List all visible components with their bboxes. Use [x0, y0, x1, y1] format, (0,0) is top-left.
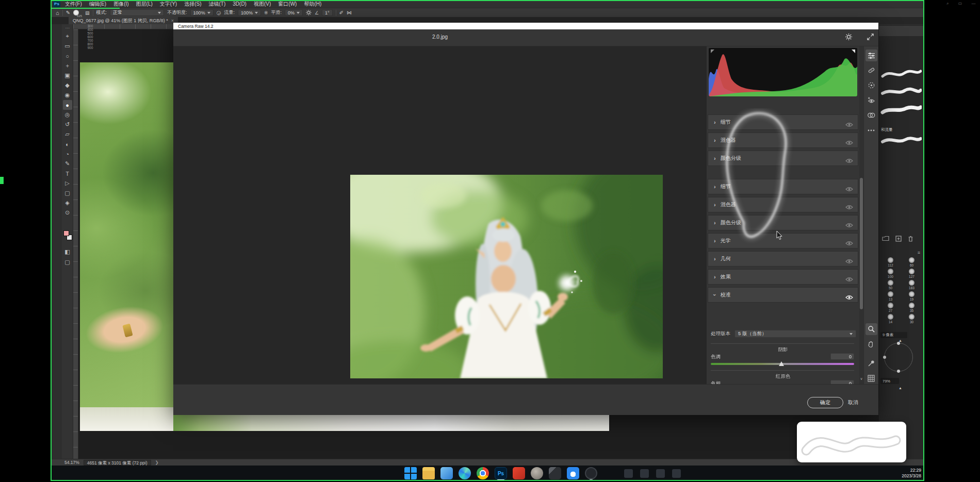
tint-slider[interactable]: [711, 363, 854, 365]
start-button[interactable]: [404, 467, 417, 479]
red-eye-tool-icon[interactable]: [865, 94, 877, 106]
camera-raw-preview[interactable]: 适应（47%） 30%: [173, 46, 707, 384]
gear-icon[interactable]: [306, 10, 312, 15]
symmetry-icon[interactable]: ⋈: [347, 10, 352, 15]
brush-preset[interactable]: 112: [881, 257, 900, 267]
menu-item[interactable]: 选择(S): [181, 0, 205, 8]
section-color-grading[interactable]: ›颜色分级: [708, 151, 858, 166]
fullscreen-icon[interactable]: [867, 33, 874, 41]
photoshop-app[interactable]: Ps: [495, 467, 507, 479]
eye-icon[interactable]: [845, 203, 853, 212]
brush-preset[interactable]: 13: [881, 291, 900, 301]
brush-spacing-field[interactable]: 79%: [880, 378, 899, 384]
scroll-down-icon[interactable]: ∨: [859, 377, 863, 381]
brush-preset[interactable]: 60: [903, 257, 921, 267]
zoom-tool[interactable]: ⊙: [63, 208, 72, 218]
brush-preset-thumbnail[interactable]: [880, 103, 922, 117]
brush-preset-thumbnail[interactable]: [880, 134, 922, 147]
document-photo-left-fragment[interactable]: [80, 62, 173, 431]
eye-icon[interactable]: [845, 239, 853, 248]
eye-icon[interactable]: [845, 221, 853, 230]
blur-tool[interactable]: ◔: [63, 149, 72, 159]
flow-select[interactable]: 100%: [238, 9, 261, 16]
menu-item[interactable]: 文件(F): [61, 0, 86, 8]
section-geometry[interactable]: ›几何: [708, 251, 858, 267]
tray-icon[interactable]: [624, 469, 633, 478]
menu-item[interactable]: 滤镜(T): [205, 0, 230, 8]
status-chevron-icon[interactable]: ❯: [155, 460, 159, 465]
tint-value-field[interactable]: 0: [830, 353, 854, 360]
highlight-clipping-icon[interactable]: [852, 49, 855, 53]
slider-thumb[interactable]: [779, 361, 784, 366]
section-detail[interactable]: ›细节: [708, 114, 858, 130]
dark-app[interactable]: [549, 467, 561, 479]
photos-app[interactable]: [440, 467, 453, 479]
crop-tool[interactable]: ▣: [63, 71, 72, 80]
mode-select[interactable]: 正常: [110, 9, 164, 16]
document-tab[interactable]: QNQ_0677.jpg @ 41% (图层 1 拷贝, RGB/8) * ×: [69, 17, 178, 24]
eye-icon[interactable]: [845, 156, 853, 165]
eye-icon[interactable]: [845, 293, 853, 302]
section-effects[interactable]: ›效果: [708, 269, 858, 285]
scrollbar-thumb[interactable]: [860, 178, 863, 309]
move-tool[interactable]: ⌖: [63, 31, 72, 41]
eye-icon[interactable]: [845, 120, 853, 129]
eraser-tool[interactable]: ▱: [63, 129, 72, 139]
home-icon[interactable]: ⌂: [56, 10, 59, 16]
path-select-tool[interactable]: ▷: [63, 178, 72, 188]
brush-angle-value[interactable]: 1°: [322, 9, 333, 16]
panel-menu-icon[interactable]: ≡: [918, 250, 920, 255]
taskbar-clock[interactable]: 22:29 2023/3/28: [902, 468, 921, 479]
brush-preset[interactable]: 19: [903, 291, 921, 301]
shape-tool[interactable]: ▢: [63, 188, 72, 198]
chrome-browser[interactable]: [477, 467, 489, 479]
edge-browser[interactable]: [459, 467, 471, 479]
tray-icon[interactable]: [672, 469, 681, 478]
section-color-grading[interactable]: ›颜色分级: [708, 215, 858, 230]
eye-icon[interactable]: [845, 257, 853, 266]
healing-tool-icon[interactable]: [865, 64, 877, 76]
foreground-color-swatch[interactable]: [63, 230, 69, 236]
tray-icon[interactable]: [656, 469, 665, 478]
type-tool[interactable]: T: [63, 169, 72, 178]
red-app[interactable]: [513, 467, 525, 479]
shadow-clipping-icon[interactable]: [711, 49, 714, 53]
edit-tool-icon[interactable]: [865, 49, 877, 61]
brush-tool[interactable]: ●: [63, 100, 72, 110]
menu-item[interactable]: 编辑(E): [86, 0, 110, 8]
wheel-app[interactable]: [585, 467, 597, 479]
quick-mask-icon[interactable]: ◧: [63, 247, 72, 257]
lasso-tool[interactable]: ○: [63, 51, 72, 61]
process-version-select[interactable]: 5 版（当前）: [734, 330, 856, 338]
cancel-button[interactable]: 取消: [848, 397, 858, 408]
panel-scrollbar[interactable]: ∨: [859, 46, 863, 384]
brush-preset[interactable]: 127: [903, 269, 921, 278]
menu-item[interactable]: 图像(I): [110, 0, 132, 8]
brush-preset-thumbnail[interactable]: [880, 67, 922, 80]
marquee-tool[interactable]: ▭: [63, 41, 72, 51]
screen-mode-icon[interactable]: ▢: [63, 257, 72, 267]
hand-tool-icon[interactable]: [865, 338, 877, 350]
brush-panel-toggle-icon[interactable]: ▤: [85, 10, 90, 15]
grid-overlay-icon[interactable]: [865, 372, 877, 384]
smoothing-select[interactable]: 0%: [285, 9, 303, 16]
airbrush-icon[interactable]: ※: [264, 10, 268, 15]
new-item-icon[interactable]: [895, 236, 902, 242]
color-swatches[interactable]: [63, 230, 72, 240]
brush-preset[interactable]: 183: [903, 280, 921, 290]
toolbar-more-icon[interactable]: ⋯: [66, 26, 70, 30]
folder-icon[interactable]: [882, 236, 889, 241]
brush-tool-icon[interactable]: ✎: [66, 10, 70, 15]
brush-preset-thumbnail[interactable]: [880, 85, 922, 98]
section-optics[interactable]: ›光学: [708, 233, 858, 248]
menu-item[interactable]: 3D(D): [229, 0, 250, 8]
white-balance-eyedropper-icon[interactable]: [865, 357, 877, 369]
quick-select-tool[interactable]: ＋: [63, 61, 72, 71]
slider-thumb-icon[interactable]: ▲: [899, 386, 902, 390]
status-zoom-level[interactable]: 54.17%: [64, 460, 79, 465]
menu-item[interactable]: 文字(Y): [156, 0, 181, 8]
tray-icon[interactable]: [640, 469, 649, 478]
zoom-tool-icon[interactable]: [865, 323, 877, 335]
brush-angle-control[interactable]: [884, 343, 913, 372]
gradient-tool[interactable]: ◐: [63, 139, 72, 149]
